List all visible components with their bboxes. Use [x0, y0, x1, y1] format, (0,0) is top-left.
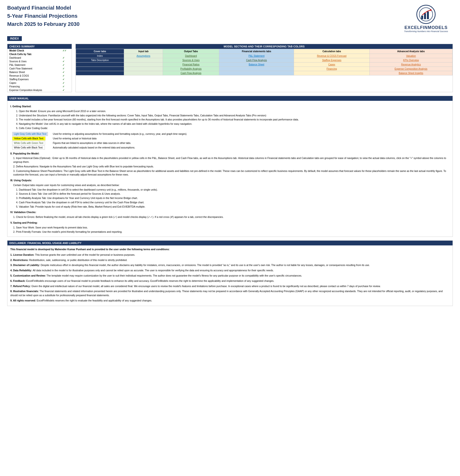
model-cell: [76, 62, 124, 67]
model-cell: Revenue Analytics: [369, 62, 452, 67]
disclaimer-item-label: 6. Feedback:: [10, 280, 26, 282]
model-cell: Cash Flow Analysis: [163, 71, 219, 76]
disclaimer-item-label: 3. Disclaimer of Liability:: [10, 264, 41, 266]
model-cell: Staffing Expenses: [294, 58, 369, 62]
check-row: Financing✓: [8, 85, 72, 88]
model-cell: [76, 67, 124, 71]
section3-item: 5. Valuation Tab: Provide inputs for cos…: [16, 205, 450, 209]
model-cell: Expense Composition Analysis: [369, 67, 452, 71]
section3-item: 3. Profitability Analysis Tab: Use dropd…: [16, 196, 450, 200]
check-row: Staffing Expenses✓: [8, 77, 72, 81]
checks-table: Model Check✓✓Check Cells by Tab:Dashboar…: [8, 49, 72, 92]
section2-item: 1. Input Historical Data (Optional) : En…: [13, 156, 450, 164]
model-cell: Tabs Description: [76, 58, 124, 62]
check-label: P&L Statement: [8, 63, 61, 67]
color-code-row: White Cells with Green TextFigures that …: [10, 141, 189, 145]
model-row: Financial RatiosBalance SheetCapexRevenu…: [76, 62, 452, 67]
section1-item: 4. Navigating the Model: Use cell A1 in …: [16, 122, 450, 126]
color-code-description: Used for entering or adjusting assumptio…: [50, 132, 189, 136]
model-sections-table: Cover tabsInput tabOutput TabsFinancial …: [76, 49, 452, 76]
check-row: Dashboard✓: [8, 56, 72, 60]
section3-intro: Certain Output tabs require user inputs …: [13, 183, 450, 187]
model-cell: Financial Ratios: [163, 62, 219, 67]
section1-item: 5. Cells Color Coding Guide:: [16, 127, 450, 130]
disclaimer-item: 5. Customization and Review: The templat…: [10, 274, 450, 278]
svg-point-4: [430, 9, 432, 11]
svg-rect-2: [424, 13, 426, 19]
model-cell: P&L Statement: [219, 54, 294, 58]
page-header: Boatyard Financial Model 5-Year Financia…: [7, 5, 453, 33]
section1-item: 2. Understand the Structure: Familiarize…: [16, 114, 450, 118]
check-row: Cash Flow Statement✓: [8, 67, 72, 70]
check-label: Revenue & COGS: [8, 74, 61, 77]
check-row: Revenue & COGS✓: [8, 74, 72, 77]
check-status: ✓: [61, 85, 72, 88]
check-label: Financing: [8, 85, 61, 88]
section1-title: I. Getting Started:: [10, 105, 450, 109]
disclaimer-item: 2. Restrictions: Redistribution, sale, s…: [10, 258, 450, 262]
section1-item: 3. The model includes a five-year foreca…: [16, 118, 450, 122]
logo-tagline: Transforming Numbers into Financial Succ…: [404, 30, 448, 33]
section3-item: 2. Sources & Uses Tab: Use cell D8 to de…: [16, 192, 450, 196]
user-manual-panel: USER MANUAL I. Getting Started: 1. Open …: [7, 96, 453, 237]
check-status: ✓: [61, 74, 72, 77]
color-cell-label: White Cells with Black Text:: [10, 145, 50, 150]
section5-item: 1. Save Your Work: Save your work freque…: [13, 226, 450, 230]
logo-name: EXCELFINMODELS: [404, 25, 448, 30]
check-status: ✓✓: [61, 49, 72, 52]
color-code-description: Figures that are linked to assumptions o…: [50, 141, 189, 145]
check-row: Sources & Uses✓: [8, 60, 72, 63]
check-status: ✓: [61, 88, 72, 92]
color-code-description: Used for entering actual or historical d…: [50, 136, 189, 141]
check-label: Capex: [8, 81, 61, 85]
svg-rect-3: [427, 11, 429, 19]
disclaimer-intro: This financial model is developed by Mah…: [10, 247, 450, 251]
check-label: Staffing Expenses: [8, 77, 61, 81]
logo-icon: [419, 7, 433, 22]
model-sections-panel: MODEL SECTIONS AND THEIR CORRESPONDING T…: [76, 44, 453, 92]
check-status: ✓: [61, 67, 72, 70]
model-cell: Capex: [294, 62, 369, 67]
color-cell-label: White Cells with Green Text: [10, 141, 50, 145]
section2-item: 3. Customizing Balance Sheet Placeholder…: [13, 169, 450, 177]
model-cell: [294, 71, 369, 76]
section1-item: 1. Open the Model: Ensure you are using …: [16, 110, 450, 113]
section3-title: III. Using Outputs:: [10, 178, 450, 182]
model-col-header: Input tab: [124, 49, 163, 54]
section5-title: V. Saving and Printing:: [10, 221, 450, 225]
model-cell: [124, 71, 163, 76]
title-3: March 2025 to February 2030: [7, 21, 404, 27]
check-label: Expense Composition Analysis: [8, 88, 61, 92]
model-cell: Assumptions: [124, 54, 163, 58]
disclaimer-item: 6. Feedback: ExcelFinModels encourage us…: [10, 279, 450, 283]
section5-item: 2. Print-Friendly Formats: Use the model…: [13, 230, 450, 234]
disclaimer-item-label: 2. Restrictions:: [10, 259, 29, 262]
color-code-row: White Cells with Black Text:Automaticall…: [10, 145, 189, 150]
model-cell: Sources & Uses: [163, 58, 219, 62]
disclaimer-item-label: 7. Refund Policy:: [10, 285, 31, 288]
model-col-header: Cover tabs: [76, 49, 124, 54]
model-cell: Profitability Analysis: [163, 67, 219, 71]
check-row: Balance Sheet✓: [8, 70, 72, 74]
disclaimer-item-label: 5. Customization and Review:: [10, 274, 46, 277]
model-cell: [76, 71, 124, 76]
check-label: Check Cells by Tab:: [8, 52, 61, 56]
header-titles: Boatyard Financial Model 5-Year Financia…: [7, 5, 404, 29]
check-status: ✓: [61, 81, 72, 85]
model-cell: [219, 71, 294, 76]
logo-section: EXCELFINMODELS Transforming Numbers into…: [404, 5, 448, 33]
check-row: P&L Statement✓: [8, 63, 72, 67]
model-cell: Dashboard: [163, 54, 219, 58]
disclaimer-item: 4. Data Reliability: All data included i…: [10, 268, 450, 272]
main-table-row: CHECKS SUMMARY Model Check✓✓Check Cells …: [7, 44, 453, 92]
disclaimer-item: 3. Disclaimer of Liability: Despite meti…: [10, 263, 450, 267]
color-code-row: Yellow Cells with Black Text:Used for en…: [10, 136, 189, 141]
model-cell: Index: [76, 54, 124, 58]
model-cell: Cash Flow Analysis: [219, 58, 294, 62]
color-cell-label: Light Gray Cells with Blue Text: [10, 132, 50, 136]
section3-item: 4. Cash Flow Analysis Tab: Use the dropd…: [16, 201, 450, 204]
check-status: [61, 52, 72, 56]
model-col-header: Calculation tabs: [294, 49, 369, 54]
section2-title: II. Populating the Model:: [10, 152, 450, 156]
disclaimer-item-label: 4. Data Reliability:: [10, 269, 33, 272]
